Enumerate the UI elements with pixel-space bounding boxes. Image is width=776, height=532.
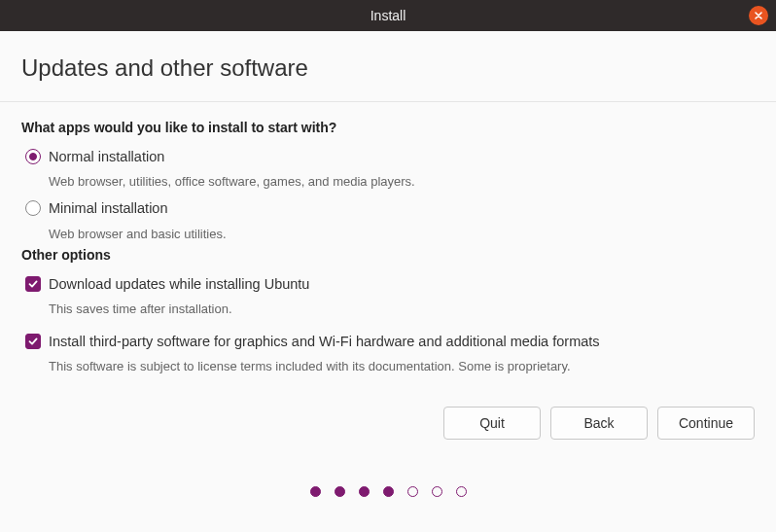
third-party-desc: This software is subject to license term… — [21, 353, 755, 377]
check-icon — [27, 278, 39, 290]
minimal-install-option[interactable]: Minimal installation — [21, 195, 755, 220]
progress-dot — [407, 486, 418, 497]
window-title: Install — [0, 8, 776, 23]
footer-buttons: Quit Back Continue — [0, 387, 776, 440]
download-updates-label: Download updates while installing Ubuntu — [49, 274, 309, 294]
progress-dot — [310, 486, 321, 497]
titlebar: Install — [0, 0, 776, 31]
progress-dot — [335, 486, 345, 497]
radio-minimal-install[interactable] — [25, 200, 41, 216]
progress-dot — [456, 486, 467, 497]
minimal-install-desc: Web browser and basic utilities. — [21, 221, 755, 247]
progress-dot — [359, 486, 370, 497]
header: Updates and other software — [0, 31, 776, 102]
close-button[interactable] — [749, 6, 768, 25]
quit-button[interactable]: Quit — [443, 407, 541, 440]
progress-dot — [432, 486, 442, 497]
minimal-install-label: Minimal installation — [49, 198, 168, 218]
normal-install-option[interactable]: Normal installation — [21, 143, 755, 168]
options: What apps would you like to install to s… — [0, 102, 776, 387]
continue-button[interactable]: Continue — [657, 407, 755, 440]
download-updates-option[interactable]: Download updates while installing Ubuntu — [21, 270, 755, 296]
content-area: Updates and other software What apps wou… — [0, 31, 776, 516]
close-icon — [754, 11, 763, 20]
apps-section-label: What apps would you like to install to s… — [21, 120, 755, 135]
check-icon — [27, 336, 39, 347]
progress-dot — [383, 486, 394, 497]
page-title: Updates and other software — [21, 54, 755, 82]
progress-indicator — [0, 440, 776, 516]
checkbox-download-updates[interactable] — [25, 276, 41, 292]
normal-install-desc: Web browser, utilities, office software,… — [21, 168, 755, 195]
radio-selected-icon — [29, 153, 37, 160]
download-updates-desc: This saves time after installation. — [21, 296, 755, 320]
back-button[interactable]: Back — [550, 407, 648, 440]
checkbox-third-party[interactable] — [25, 334, 41, 349]
radio-normal-install[interactable] — [25, 149, 41, 164]
normal-install-label: Normal installation — [49, 147, 164, 166]
other-section-label: Other options — [21, 247, 755, 263]
third-party-label: Install third-party software for graphic… — [49, 332, 600, 351]
third-party-option[interactable]: Install third-party software for graphic… — [21, 328, 755, 353]
